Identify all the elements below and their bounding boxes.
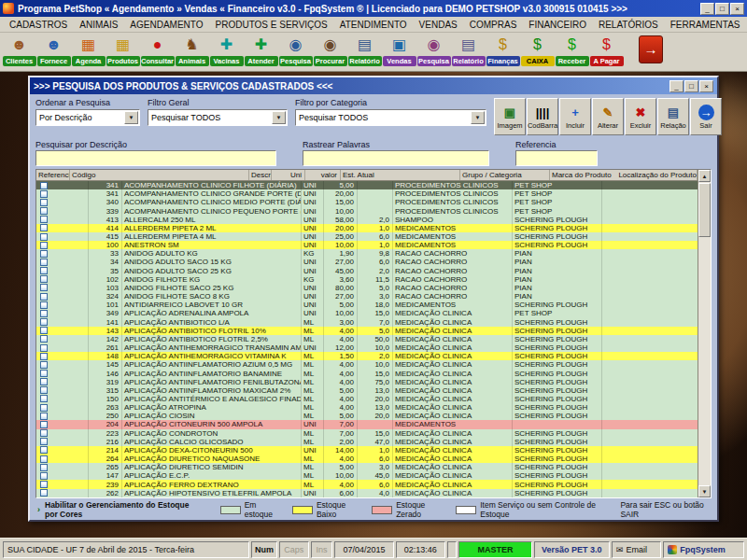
table-row[interactable]: 265 APLICAÇÃO DIURETICO SEMIDIN ML 5,00 … [36,463,698,471]
dialog-minimize-button[interactable]: _ [669,80,684,92]
menu-item[interactable]: AGENDAMENTO [124,19,208,31]
table-row[interactable]: 102 ANIDOG FILHOTE KG KG 3,60 11,5 RACAO… [36,275,698,284]
table-row[interactable]: 35 ANIDOG ADULTO SACO 25 KG UNI 45,00 2,… [36,267,698,275]
table-row[interactable]: 216 APLICAÇÃO CALCIO GLICOSADO ML 2,00 4… [36,438,698,446]
table-row[interactable]: 146 APLICAÇÃO ANTIINFLAMATORIO BANAMINE … [36,369,698,377]
table-row[interactable]: 101 ANTIDIARREICO LABOVET 10 GR UNI 5,00… [36,301,698,309]
action-button[interactable]: ▣ Imagem [494,98,526,135]
toolbar-button[interactable]: ▤ Relatório [451,34,486,66]
toolbar-button[interactable]: $ A Pagar [589,34,624,66]
table-row[interactable]: 204 APLICAÇÃO CITONEURIN 500 AMPOLA UNI … [36,420,698,428]
menu-item[interactable]: CADASTROS [4,19,73,31]
toolbar-button[interactable]: ✚ Atender [244,34,278,66]
table-row[interactable]: 214 APLICAÇÃO DEXA-CITONEURIN 500 UNI 14… [36,446,698,455]
vertical-scrollbar[interactable]: ▲ ▼ [698,170,711,497]
table-row[interactable]: 341 ACOMPANHAMENTO CLINICO GRANDE PORTE … [36,189,698,198]
chevron-down-icon[interactable]: ▼ [471,111,485,124]
table-row[interactable]: 145 APLICAÇÃO ANTIINFLAMATORIO AZIUM 0,5… [36,360,698,369]
table-row[interactable]: 349 APLICAÇÃO ADRENALINA AMPOLA UNI 10,0… [36,309,698,317]
menu-item[interactable]: RELATÓRIOS [593,19,664,31]
action-button[interactable]: → Sair [690,98,722,135]
table-row[interactable]: 100 ANESTRON SM UNI 10,00 1,0 MEDICAMENT… [36,241,698,249]
table-row[interactable]: 33 ANIDOG ADULTO KG KG 1,90 9,8 RACAO CA… [36,249,698,258]
dialog-maximize-button[interactable]: □ [684,80,698,92]
column-header[interactable]: Código [70,170,249,180]
table-row[interactable]: 223 APLICAÇÃO CONDROTON ML 7,00 15,0 MED… [36,429,698,438]
toolbar-button[interactable]: ▦ Produtos [106,34,140,66]
column-header[interactable]: Est. Atual [341,170,460,180]
table-row[interactable]: 315 APLICAÇÃO ANTIINFLAMATORIO MAXICAM 2… [36,386,698,395]
dialog-close-button[interactable]: × [699,80,713,92]
menu-item[interactable]: PRODUTOS E SERVIÇOS [210,19,333,31]
scroll-down-icon[interactable]: ▼ [698,485,711,497]
table-row[interactable]: 262 APLICAÇÃO HIPOTENSIVO ETILEFRIL AMPO… [36,489,698,497]
exit-app-button[interactable]: → [639,35,663,63]
toolbar-button[interactable]: ▣ Vendas [382,34,416,66]
column-header[interactable]: Referencia [36,170,70,180]
maximize-button[interactable]: □ [715,3,729,15]
table-row[interactable]: 319 APLICAÇÃO ANTIINFLAMATORIO FENILBUTA… [36,378,698,386]
stock-color-toggle[interactable]: Habilitar o Gerenciamento do Estoque por… [45,500,203,519]
category-filter-select[interactable]: Pesquisar TODOS ▼ [295,109,486,126]
table-row[interactable]: 264 APLICAÇÃO DIURETICO NAQUASONE ML 4,0… [36,455,698,463]
menu-item[interactable]: COMPRAS [464,19,523,31]
table-row[interactable]: 341 ACOMPANHAMENTO CLINICO FILHOTE (DIÁR… [36,181,698,189]
menu-item[interactable]: VENDAS [414,19,463,31]
general-filter-select[interactable]: Pesquisar TODOS ▼ [148,109,288,126]
status-email-button[interactable]: ✉ Email [612,541,661,558]
table-row[interactable]: 150 APLICAÇÃO ANTITÉRMICO E ANALGESICO F… [36,395,698,403]
table-row[interactable]: 415 ALLERDERM PIPETA 4 ML UNI 25,00 6,0 … [36,232,698,241]
table-row[interactable]: 143 APLICAÇÃO ANTIBIOTICO FLOTRIL 10% ML… [36,327,698,335]
toolbar-button[interactable]: ◉ Procurar [313,34,347,66]
chevron-down-icon[interactable]: ▼ [124,111,138,124]
action-button[interactable]: ✎ Alterar [592,98,624,135]
toolbar-button[interactable]: ◉ Pesquisa [416,34,451,66]
table-row[interactable]: 142 APLICAÇÃO ANTIBIOTICO FLOTRIL 2,5% M… [36,335,698,343]
toolbar-button[interactable]: $ CAIXA [520,34,555,66]
table-row[interactable]: 339 ACOMPANHAMENTO CLINICO PEQUENO PORTE… [36,206,698,215]
table-row[interactable]: 147 APLICAÇÃO E.C.P. ML 10,00 45,0 MEDIC… [36,471,698,480]
menu-item[interactable]: FERRAMENTAS [665,19,746,31]
toolbar-button[interactable]: ▤ Relatório [347,34,382,66]
column-header[interactable]: Grupo / Categoria [460,170,550,180]
table-row[interactable]: 414 ALLERDERM PIPETA 2 ML UNI 20,00 1,0 … [36,224,698,232]
scrollbar-thumb[interactable] [698,183,711,237]
table-row[interactable]: 103 ANIDOG FILHOTE SACO 25 KG UNI 80,00 … [36,284,698,292]
chevron-down-icon[interactable]: ▼ [272,111,286,124]
toolbar-button[interactable]: $ Receber [555,34,589,66]
table-row[interactable]: 263 APLICAÇÃO ATROPINA ML 4,00 13,0 MEDI… [36,403,698,412]
toolbar-button[interactable]: ♞ Animais [175,34,209,66]
column-header[interactable]: Localização do Produto [616,170,698,180]
menu-item[interactable]: FINANCEIRO [523,19,592,31]
order-filter-select[interactable]: Por Descrição ▼ [35,109,140,126]
toolbar-button[interactable]: ✚ Vacinas [209,34,244,66]
close-button[interactable]: × [730,3,744,15]
minimize-button[interactable]: _ [700,3,714,15]
toolbar-button[interactable]: ◉ Pesquisa [278,34,313,66]
action-button[interactable]: + Incluir [559,98,591,135]
toolbar-button[interactable]: ● Consultar [140,34,175,66]
column-header[interactable]: valor [305,170,341,180]
toolbar-button[interactable]: ☻ Clientes [2,34,36,66]
table-row[interactable]: 340 ACOMPANHAMENTO CLINICO MEDIO PORTE (… [36,198,698,206]
action-button[interactable]: |||| CodBarra [527,98,558,135]
menu-item[interactable]: ANIMAIS [74,19,123,31]
table-row[interactable]: 261 APLICAÇÃO ANTIHEMORRAGICO TRANSAMIN … [36,343,698,352]
scrollbar-track[interactable] [698,237,711,485]
action-button[interactable]: ✖ Excluir [625,98,656,135]
table-row[interactable]: 34 ANIDOG ADULTO SACO 15 KG UNI 27,00 6,… [36,258,698,266]
table-row[interactable]: 141 APLICAÇÃO ANTIBIOTICO L/A ML 3,00 7,… [36,318,698,327]
search-reference-input[interactable] [515,150,598,166]
table-row[interactable]: 413 ALLERCALM 250 ML UNI 58,00 2,0 SHAMP… [36,216,698,224]
search-description-input[interactable] [35,150,276,166]
scroll-up-icon[interactable]: ▲ [698,170,711,182]
menu-item[interactable]: ATENDIMENTO [334,19,413,31]
search-words-input[interactable] [303,150,489,166]
toolbar-button[interactable]: ▦ Agenda [71,34,106,66]
table-row[interactable]: 239 APLICAÇÃO FERRO DEXTRANO ML 4,00 6,0… [36,480,698,488]
table-row[interactable]: 250 APLICAÇÃO CIOSIN ML 5,00 20,0 MEDICA… [36,412,698,420]
table-row[interactable]: 324 ANIDOG FILHOTE SACO 8 KG UNI 27,00 3… [36,292,698,301]
table-row[interactable]: 148 APLICAÇÃO ANTIHEMORRAGICO VITAMINA K… [36,352,698,360]
column-header[interactable]: Marca do Produto [550,170,616,180]
action-button[interactable]: ▤ Relação [657,98,689,135]
